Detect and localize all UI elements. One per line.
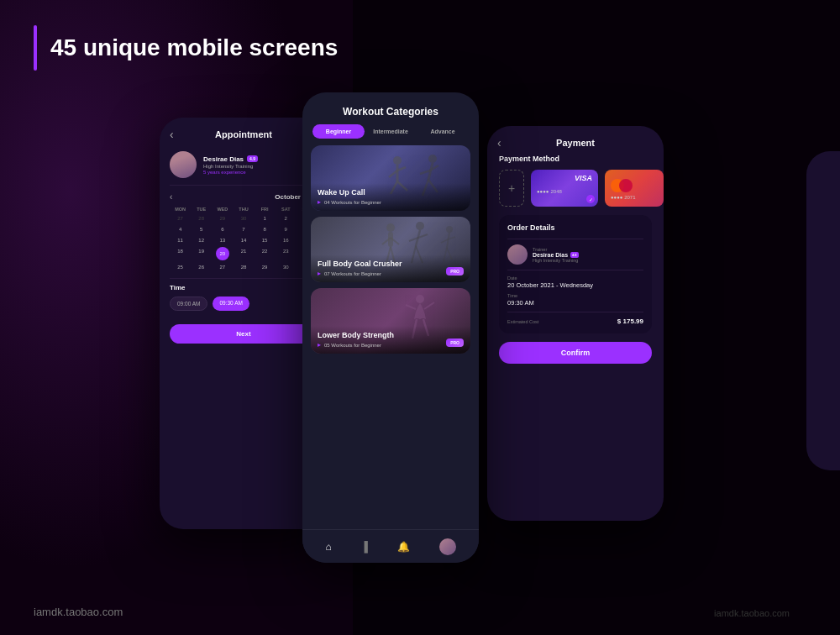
order-time-label: Time: [507, 293, 643, 298]
svg-point-24: [446, 226, 453, 233]
svg-line-31: [406, 305, 416, 309]
header-section: 45 unique mobile screens: [34, 25, 338, 71]
payment-header: ‹ Payment: [487, 126, 664, 155]
cal-cell[interactable]: 2: [276, 214, 297, 223]
mastercard-circles: [611, 179, 658, 192]
cal-cell[interactable]: 8: [255, 225, 276, 234]
confirm-button[interactable]: Confirm: [499, 342, 652, 364]
workout-card-title-0: Wake Up Call: [318, 188, 464, 197]
svg-point-30: [416, 295, 424, 303]
workout-tabs: Beginner Intermediate Advance: [302, 124, 479, 139]
trainer-avatar-img: [170, 151, 197, 178]
cal-cell[interactable]: 7: [233, 225, 254, 234]
calendar-header: ‹ October 2021: [170, 192, 318, 202]
svg-point-18: [416, 222, 424, 230]
calendar-prev-button[interactable]: ‹: [170, 192, 172, 202]
workout-card-2[interactable]: Lower Body Strength ▸ 05 Workouts for Be…: [311, 288, 470, 354]
cal-cell[interactable]: 25: [170, 263, 191, 271]
cal-cell[interactable]: 5: [191, 225, 212, 234]
nav-home-icon[interactable]: ⌂: [325, 541, 331, 553]
payment-back-button[interactable]: ‹: [497, 136, 501, 150]
order-divider: [507, 312, 643, 312]
cal-cell[interactable]: 6: [212, 225, 233, 234]
svg-line-32: [424, 302, 434, 309]
cal-cell[interactable]: 15: [255, 236, 276, 244]
appointment-back-button[interactable]: ‹: [170, 128, 174, 141]
visa-card-number: ●●●● 2048: [537, 189, 592, 194]
cal-cell[interactable]: 22: [255, 247, 276, 260]
cal-day-wed: WED: [212, 207, 233, 212]
nav-chart-icon[interactable]: ▐: [360, 541, 368, 553]
cal-cell[interactable]: 9: [276, 225, 297, 234]
cal-cell[interactable]: 30: [233, 214, 254, 223]
workout-card-1[interactable]: Full Body Goal Crusher ▸ 07 Workouts for…: [311, 217, 470, 282]
trainer-rating-badge: 4.9: [247, 155, 258, 162]
payment-cards-row: + VISA ●●●● 2048 ✓ ●●●● 2071: [487, 170, 664, 215]
cal-cell[interactable]: 23: [276, 247, 297, 260]
pro-badge-1: PRO: [446, 267, 464, 276]
cal-cell[interactable]: 19: [191, 247, 212, 260]
visa-card[interactable]: VISA ●●●● 2048 ✓: [531, 170, 598, 207]
mastercard-card[interactable]: ●●●● 2071: [605, 170, 664, 207]
dot-icon: ▸: [318, 341, 321, 349]
order-trainer-row: Trainer Desirae Dias 4.8 High Intensity …: [507, 244, 643, 265]
pro-badge-2: PRO: [446, 338, 464, 347]
tab-intermediate[interactable]: Intermediate: [365, 124, 417, 139]
cost-value: $ 175.99: [617, 318, 643, 325]
workout-header: Workout Categories: [302, 92, 479, 124]
watermark-left: iamdk.taobao.com: [34, 606, 123, 618]
order-trainer-badge: 4.8: [570, 252, 579, 258]
time-label: Time: [170, 284, 318, 291]
next-button[interactable]: Next: [170, 324, 318, 344]
order-trainer-name: Desirae Dias 4.8: [533, 252, 643, 258]
cal-cell-selected[interactable]: 20: [216, 247, 229, 260]
cal-cell[interactable]: 14: [233, 236, 254, 244]
svg-line-26: [441, 239, 448, 243]
cal-cell[interactable]: 18: [170, 247, 191, 260]
svg-point-6: [428, 155, 437, 163]
time-option-1[interactable]: 09:30 AM: [213, 297, 249, 311]
bottom-nav: ⌂ ▐ 🔔: [302, 529, 479, 563]
cal-day-sat: SAT: [276, 207, 297, 212]
cal-cell[interactable]: 26: [191, 263, 212, 271]
cal-cell[interactable]: 27: [212, 263, 233, 271]
cal-cell[interactable]: 29: [212, 214, 233, 223]
workout-card-title-1: Full Body Goal Crusher: [318, 260, 464, 268]
cal-cell[interactable]: 4: [170, 225, 191, 234]
tab-beginner[interactable]: Beginner: [312, 124, 365, 139]
cal-cell[interactable]: 1: [255, 214, 276, 223]
cal-cell[interactable]: 30: [276, 263, 297, 271]
cal-cell[interactable]: 11: [170, 236, 191, 244]
cal-cell[interactable]: 27: [170, 214, 191, 223]
cal-cell[interactable]: 28: [191, 214, 212, 223]
watermark-right: iamdk.taobao.com: [714, 608, 790, 618]
card-selected-indicator: ✓: [586, 195, 595, 203]
order-time-value: 09:30 AM: [507, 299, 643, 307]
add-card-button[interactable]: +: [499, 170, 524, 207]
order-date-label: Date: [507, 276, 643, 281]
payment-title: Payment: [556, 138, 595, 148]
page-title: 45 unique mobile screens: [50, 34, 338, 62]
cal-cell[interactable]: 29: [255, 263, 276, 271]
nav-bell-icon[interactable]: 🔔: [397, 541, 410, 553]
order-trainer-sub: High Intensity Training: [533, 258, 643, 263]
tab-advance[interactable]: Advance: [417, 124, 469, 139]
calendar-days: 27 28 29 30 1 2 3 4 5 6 7 8 9 10 11 12 1…: [170, 214, 318, 271]
order-trainer-info: Trainer Desirae Dias 4.8 High Intensity …: [533, 247, 643, 263]
cal-cell[interactable]: 21: [233, 247, 254, 260]
cal-cell[interactable]: 28: [233, 263, 254, 271]
workout-card-title-2: Lower Body Strength: [318, 331, 464, 339]
trainer-description: High Intensity Training: [203, 164, 318, 169]
time-option-0[interactable]: 09:00 AM: [170, 297, 207, 311]
cal-cell[interactable]: 13: [212, 236, 233, 244]
order-time-field: Time 09:30 AM: [507, 293, 643, 307]
cost-row: Estimated Cost $ 175.99: [507, 318, 643, 325]
order-date-value: 20 October 2021 - Wednesday: [507, 281, 643, 289]
workout-card-0[interactable]: Wake Up Call ▸ 04 Workouts for Beginner: [311, 145, 470, 211]
order-divider: [507, 239, 643, 239]
cal-day-fri: FRI: [255, 207, 276, 212]
order-details-section: Order Details Trainer Desirae Dias 4.8 H…: [499, 215, 652, 333]
nav-avatar[interactable]: [439, 538, 456, 555]
cal-cell[interactable]: 16: [276, 236, 297, 244]
cal-cell[interactable]: 12: [191, 236, 212, 244]
